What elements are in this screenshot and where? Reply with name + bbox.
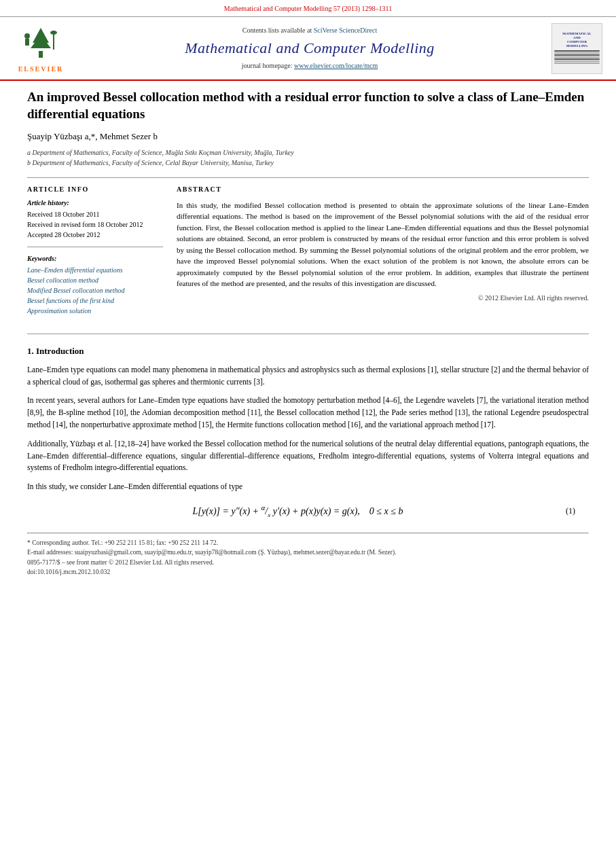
affiliation-b: b Department of Mathematics, Faculty of …: [27, 158, 589, 168]
keyword-3: Modified Bessel collocation method: [27, 285, 163, 296]
info-abstract-section: ARTICLE INFO Article history: Received 1…: [27, 185, 589, 323]
equation-1-number: (1): [555, 505, 575, 517]
article-info-heading: ARTICLE INFO: [27, 185, 163, 194]
elsevier-tree-icon: [20, 22, 61, 63]
affiliation-a: a Department of Mathematics, Faculty of …: [27, 147, 589, 158]
section1-para2: In recent years, several authors for Lan…: [27, 395, 589, 431]
authors: Şuayip Yüzbaşı a,*, Mehmet Sezer b: [27, 130, 589, 143]
sciverse-link[interactable]: SciVerse ScienceDirect: [314, 26, 378, 34]
footnote-doi: doi:10.1016/j.mcm.2012.10.032: [27, 567, 589, 577]
journal-title: Mathematical and Computer Modelling: [79, 38, 541, 59]
journal-ref-text: Mathematical and Computer Modelling 57 (…: [224, 5, 392, 12]
footnote-divider: [27, 533, 589, 534]
equation-1: L[y(x)] = y″(x) + α/x y′(x) + p(x)y(x) =…: [27, 503, 589, 519]
journal-banner-center: Contents lists available at SciVerse Sci…: [79, 26, 541, 71]
copyright-line: © 2012 Elsevier Ltd. All rights reserved…: [177, 293, 589, 303]
svg-rect-5: [53, 33, 54, 50]
article-history: Article history: Received 18 October 201…: [27, 198, 163, 240]
keyword-4: Bessel functions of the first kind: [27, 296, 163, 306]
keyword-2: Bessel collocation method: [27, 275, 163, 285]
affiliations: a Department of Mathematics, Faculty of …: [27, 147, 589, 168]
keyword-1: Lane–Emden differential equations: [27, 265, 163, 275]
svg-point-3: [24, 33, 30, 39]
elsevier-logo: ELSEVIER: [14, 22, 68, 74]
section1-heading: 1. Introduction: [27, 345, 589, 357]
journal-ref-bar: Mathematical and Computer Modelling 57 (…: [0, 0, 616, 17]
divider-info: [27, 247, 163, 247]
abstract-col: ABSTRACT In this study, the modified Bes…: [177, 185, 589, 323]
svg-rect-0: [39, 51, 43, 58]
footnote-corresponding: * Corresponding author. Tel.: +90 252 21…: [27, 538, 589, 548]
section1-para1: Lane–Emden type equations can model many…: [27, 364, 589, 389]
article-title: An improved Bessel collocation method wi…: [27, 89, 589, 122]
accepted-date: Accepted 28 October 2012: [27, 230, 163, 240]
footnote-email: E-mail addresses: suaipyuzbasi@gmail.com…: [27, 548, 589, 557]
history-label: Article history:: [27, 198, 163, 208]
keyword-5: Approximation solution: [27, 306, 163, 316]
keywords-section: Keywords: Lane–Emden differential equati…: [27, 254, 163, 316]
author-names: Şuayip Yüzbaşı a,*, Mehmet Sezer b: [27, 131, 158, 141]
footnote-issn: 0895-7177/$ – see front matter © 2012 El…: [27, 558, 589, 567]
section1-para4: In this study, we consider Lane–Emden di…: [27, 481, 589, 493]
received-date: Received 18 October 2011: [27, 209, 163, 219]
revised-date: Received in revised form 18 October 2012: [27, 219, 163, 230]
journal-banner: ELSEVIER Contents lists available at Sci…: [0, 17, 616, 81]
main-content: An improved Bessel collocation method wi…: [0, 81, 616, 590]
homepage-link[interactable]: www.elsevier.com/locate/mcm: [294, 62, 378, 69]
elsevier-brand-text: ELSEVIER: [18, 65, 64, 74]
svg-point-6: [50, 31, 57, 35]
journal-thumbnail: MATHEMATICALANDCOMPUTERMODELLING: [551, 23, 602, 74]
abstract-text: In this study, the modified Bessel collo…: [177, 200, 589, 289]
abstract-heading: ABSTRACT: [177, 185, 589, 194]
article-info-col: ARTICLE INFO Article history: Received 1…: [27, 185, 163, 323]
contents-availability: Contents lists available at SciVerse Sci…: [79, 26, 541, 35]
equation-1-content: L[y(x)] = y″(x) + α/x y′(x) + p(x)y(x) =…: [41, 503, 555, 519]
divider-2: [27, 334, 589, 334]
divider-1: [27, 177, 589, 178]
journal-homepage: journal homepage: www.elsevier.com/locat…: [79, 61, 541, 71]
section1-para3: Additionally, Yüzbaşı et al. [12,18–24] …: [27, 438, 589, 474]
svg-rect-4: [25, 39, 29, 46]
keywords-label: Keywords:: [27, 254, 163, 264]
